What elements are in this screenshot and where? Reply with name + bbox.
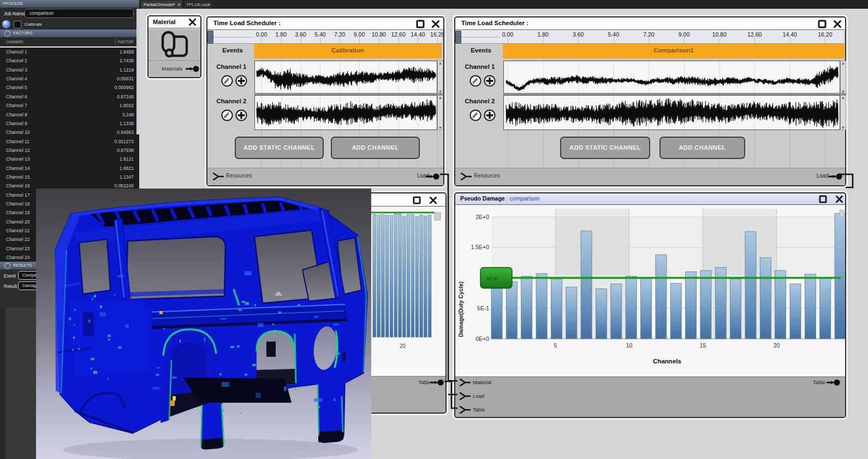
svg-text:Damage(Duty Cycle): Damage(Duty Cycle) (457, 281, 464, 337)
svg-text:20: 20 (774, 342, 780, 349)
svg-text:5: 5 (554, 342, 557, 349)
svg-text:1.5E+0: 1.5E+0 (471, 244, 489, 250)
svg-text:10: 10 (626, 342, 633, 349)
svg-text:1E+0: 1E+0 (486, 276, 497, 281)
svg-text:5E-1: 5E-1 (477, 305, 489, 311)
svg-text:Channels: Channels (653, 358, 681, 364)
svg-text:0E+0: 0E+0 (475, 336, 489, 342)
svg-text:15: 15 (700, 342, 706, 349)
svg-text:20: 20 (400, 343, 406, 349)
svg-text:2E+0: 2E+0 (475, 214, 489, 220)
